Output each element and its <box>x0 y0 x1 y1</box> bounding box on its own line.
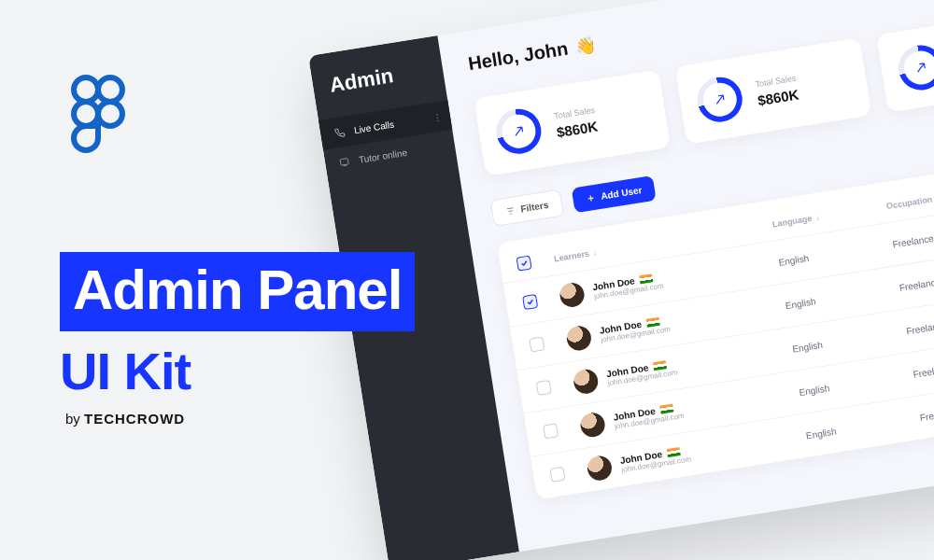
progress-ring-icon <box>694 74 745 125</box>
headline-line2: UI Kit <box>60 341 415 401</box>
sort-icon: ↓ <box>814 212 820 222</box>
headline: Admin Panel UI Kit <box>60 252 415 401</box>
byline: by TECHCROWD <box>65 411 185 427</box>
svg-point-3 <box>98 102 122 126</box>
stat-card-value: $860K <box>757 86 800 108</box>
progress-ring-icon <box>896 42 934 93</box>
row-checkbox[interactable] <box>543 423 559 439</box>
cell-language: English <box>785 283 900 311</box>
row-checkbox[interactable] <box>522 293 538 309</box>
cell-language: English <box>778 239 894 267</box>
more-icon[interactable]: ⋮ <box>432 111 442 122</box>
figma-logo-icon <box>71 75 125 159</box>
checkbox-all[interactable] <box>517 256 532 272</box>
cell-occupation: Freelance <box>899 261 934 292</box>
cell-occupation: Freelance <box>913 348 934 379</box>
svg-rect-4 <box>340 158 348 165</box>
avatar <box>572 368 600 396</box>
byline-brand: TECHCROWD <box>84 411 185 427</box>
cell-language: English <box>799 369 914 397</box>
phone-icon <box>333 126 346 139</box>
avatar <box>559 281 587 309</box>
sidebar-item-label: Live Calls <box>353 119 395 135</box>
row-checkbox[interactable] <box>536 379 552 395</box>
add-user-button[interactable]: Add User <box>572 175 658 214</box>
byline-by: by <box>65 411 84 427</box>
svg-rect-2 <box>74 102 98 126</box>
cell-occupation: Freelance <box>892 218 934 249</box>
wave-icon: 👋 <box>573 34 597 57</box>
sort-icon: ↓ <box>592 247 598 258</box>
avatar <box>586 455 614 483</box>
cell-occupation: Freelance <box>905 304 934 335</box>
stat-card[interactable]: Total Sales $860K <box>474 70 671 176</box>
plus-icon <box>586 192 596 203</box>
filters-button[interactable]: Filters <box>490 189 565 228</box>
cell-language: English <box>791 326 907 354</box>
th-occupation[interactable]: Occupation ↓ <box>885 180 934 210</box>
greeting-text: Hello, John <box>467 38 570 76</box>
add-user-label: Add User <box>601 185 644 202</box>
row-checkbox[interactable] <box>529 336 545 352</box>
svg-rect-1 <box>98 77 122 102</box>
progress-ring-icon <box>493 105 545 157</box>
stat-card[interactable]: Total Sales $860K <box>876 6 934 112</box>
filter-icon <box>505 205 516 216</box>
sidebar-item-label: Tutor online <box>358 147 408 164</box>
cell-occupation: Freelance <box>919 391 934 422</box>
svg-rect-0 <box>74 77 98 102</box>
headline-line1: Admin Panel <box>60 252 415 331</box>
filters-label: Filters <box>520 200 549 215</box>
stat-card-value: $860K <box>556 118 599 140</box>
stat-card[interactable]: Total Sales $860K <box>675 37 872 144</box>
avatar <box>579 411 607 439</box>
main-panel: Hello, John 👋 Total Sales $860K <box>437 0 934 552</box>
avatar <box>565 325 593 353</box>
tutor-icon <box>337 156 350 169</box>
cell-language: English <box>805 413 921 441</box>
row-checkbox[interactable] <box>549 466 565 482</box>
